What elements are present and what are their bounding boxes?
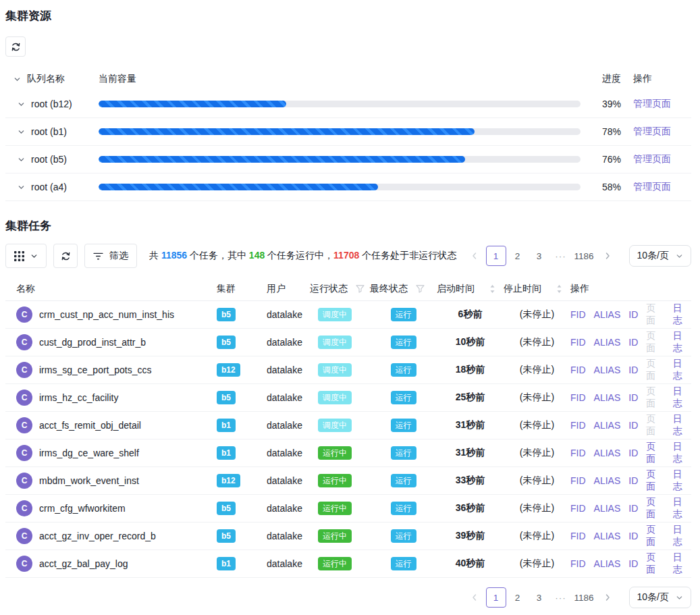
alias-link[interactable]: ALIAS xyxy=(594,420,621,431)
page-link[interactable]: 页面 xyxy=(646,496,664,520)
log-link[interactable]: 日志 xyxy=(673,441,691,465)
page-size-select[interactable]: 10条/页 xyxy=(629,587,691,608)
manage-page-link[interactable]: 管理页面 xyxy=(633,153,671,164)
page-2[interactable]: 2 xyxy=(508,587,528,608)
avatar: C xyxy=(16,528,32,544)
log-link[interactable]: 日志 xyxy=(673,413,691,437)
alias-link[interactable]: ALIAS xyxy=(594,503,621,514)
filter-funnel-icon[interactable] xyxy=(356,285,365,293)
page-last[interactable]: 1186 xyxy=(572,246,596,266)
id-link[interactable]: ID xyxy=(628,392,638,403)
run-status-badge: 运行中 xyxy=(318,446,352,460)
id-link[interactable]: ID xyxy=(628,309,638,320)
tasks-refresh-button[interactable] xyxy=(53,244,78,268)
run-status-badge: 调度中 xyxy=(318,308,352,321)
queue-name: root (b12) xyxy=(31,99,72,109)
filter-funnel-icon[interactable] xyxy=(416,285,425,293)
fid-link[interactable]: FID xyxy=(570,420,586,431)
page-link[interactable]: 页面 xyxy=(646,552,664,576)
fid-link[interactable]: FID xyxy=(570,365,586,375)
page-link[interactable]: 页面 xyxy=(646,524,664,548)
chevron-down-icon[interactable] xyxy=(18,156,25,163)
final-status-badge: 运行 xyxy=(391,474,416,487)
id-link[interactable]: ID xyxy=(628,558,638,569)
action-header: 操作 xyxy=(570,283,691,295)
alias-link[interactable]: ALIAS xyxy=(594,531,621,541)
cluster-badge: b1 xyxy=(217,419,236,432)
log-link[interactable]: 日志 xyxy=(673,302,691,327)
avatar: C xyxy=(16,390,32,406)
next-page-icon[interactable] xyxy=(597,587,618,608)
page-last[interactable]: 1186 xyxy=(572,587,596,608)
alias-link[interactable]: ALIAS xyxy=(594,475,621,486)
id-link[interactable]: ID xyxy=(628,448,638,458)
alias-link[interactable]: ALIAS xyxy=(594,392,621,403)
page-size-select[interactable]: 10条/页 xyxy=(629,245,691,267)
refresh-icon xyxy=(61,251,71,261)
alias-link[interactable]: ALIAS xyxy=(594,337,621,348)
task-name: crm_cfg_wfworkitem xyxy=(39,503,126,514)
table-row: Ccust_dg_prod_inst_attr_b b5 datalake 调度… xyxy=(5,329,691,356)
table-row: Cirms_dg_ce_ware_shelf b1 datalake 运行中 运… xyxy=(5,439,691,467)
alias-link[interactable]: ALIAS xyxy=(594,309,621,320)
id-link[interactable]: ID xyxy=(628,503,638,514)
fid-link[interactable]: FID xyxy=(570,392,586,403)
id-link[interactable]: ID xyxy=(628,475,638,486)
fid-link[interactable]: FID xyxy=(570,309,586,320)
id-link[interactable]: ID xyxy=(628,420,638,431)
log-link[interactable]: 日志 xyxy=(673,385,691,410)
id-link[interactable]: ID xyxy=(628,337,638,348)
final-status-badge: 运行 xyxy=(391,446,416,460)
alias-link[interactable]: ALIAS xyxy=(594,558,621,569)
chevron-down-icon[interactable] xyxy=(18,128,25,136)
fid-link[interactable]: FID xyxy=(570,448,586,458)
chevron-down-icon[interactable] xyxy=(14,76,21,83)
log-link[interactable]: 日志 xyxy=(673,358,691,382)
sorter-icon[interactable] xyxy=(489,284,495,294)
alias-link[interactable]: ALIAS xyxy=(594,365,621,375)
log-link[interactable]: 日志 xyxy=(673,552,691,576)
table-row: Cirms_hz_cc_facility b5 datalake 调度中 运行 … xyxy=(5,384,691,412)
log-link[interactable]: 日志 xyxy=(673,469,691,493)
final-status-badge: 运行 xyxy=(391,308,416,321)
page-ellipsis[interactable]: ··· xyxy=(551,587,571,608)
user-cell: datalake xyxy=(267,392,310,403)
sorter-icon[interactable] xyxy=(556,284,562,294)
cluster-badge: b5 xyxy=(217,391,236,404)
run-status-header: 运行状态 xyxy=(310,283,348,295)
fid-link[interactable]: FID xyxy=(570,503,586,514)
manage-page-link[interactable]: 管理页面 xyxy=(633,181,671,192)
resources-refresh-button[interactable] xyxy=(5,36,26,57)
log-link[interactable]: 日志 xyxy=(673,496,691,520)
manage-page-link[interactable]: 管理页面 xyxy=(633,126,671,136)
page-1[interactable]: 1 xyxy=(486,246,506,266)
page-link[interactable]: 页面 xyxy=(646,469,664,493)
page-ellipsis[interactable]: ··· xyxy=(551,246,571,266)
column-settings-button[interactable] xyxy=(5,244,47,268)
chevron-down-icon[interactable] xyxy=(18,184,25,191)
prev-page-icon xyxy=(464,246,485,266)
fid-link[interactable]: FID xyxy=(570,558,586,569)
stop-time: (未停止) xyxy=(504,558,570,570)
filter-button[interactable]: 筛选 xyxy=(84,244,137,268)
chevron-down-icon xyxy=(676,252,683,260)
stop-time: (未停止) xyxy=(504,530,570,542)
page-2[interactable]: 2 xyxy=(508,246,528,266)
id-link[interactable]: ID xyxy=(628,365,638,375)
alias-link[interactable]: ALIAS xyxy=(594,448,621,458)
page-3[interactable]: 3 xyxy=(529,587,549,608)
chevron-down-icon[interactable] xyxy=(18,101,25,108)
task-name: irms_dg_ce_ware_shelf xyxy=(39,448,139,458)
page-1[interactable]: 1 xyxy=(486,587,506,608)
manage-page-link[interactable]: 管理页面 xyxy=(633,98,671,109)
fid-link[interactable]: FID xyxy=(570,475,586,486)
fid-link[interactable]: FID xyxy=(570,337,586,348)
log-link[interactable]: 日志 xyxy=(673,330,691,354)
id-link[interactable]: ID xyxy=(628,531,638,541)
page-link[interactable]: 页面 xyxy=(646,441,664,465)
tasks-title: 集群任务 xyxy=(5,218,691,234)
log-link[interactable]: 日志 xyxy=(673,524,691,548)
fid-link[interactable]: FID xyxy=(570,531,586,541)
next-page-icon[interactable] xyxy=(597,246,618,266)
page-3[interactable]: 3 xyxy=(529,246,549,266)
